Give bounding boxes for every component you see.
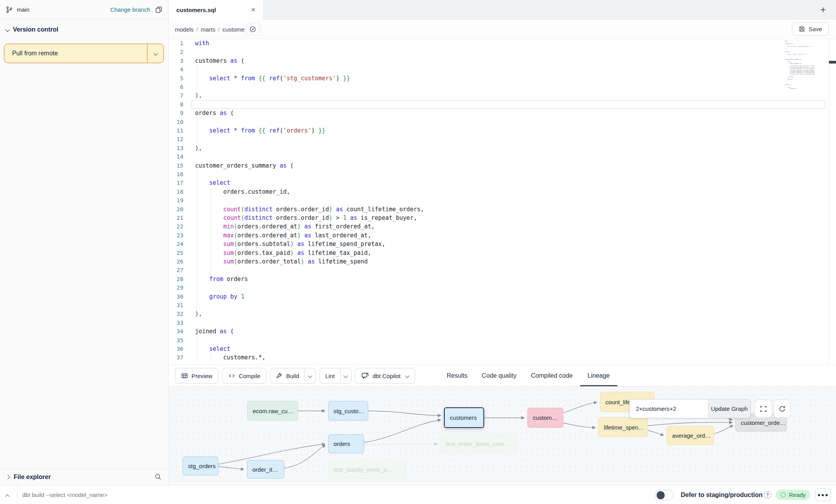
code-line-32: 32),: [169, 309, 836, 318]
compass-icon: [249, 25, 257, 33]
lineage-node-order-items[interactable]: order_it…: [247, 460, 284, 479]
lineage-edge-5: [218, 467, 244, 469]
lint-button[interactable]: Lint: [320, 368, 340, 383]
lineage-search-input[interactable]: 2+customers+2: [630, 400, 708, 418]
lineage-edge-7: [563, 402, 597, 413]
copilot-chat-icon: [361, 372, 369, 380]
code-line-34: 34joined as (: [169, 327, 836, 336]
lineage-node-customers[interactable]: customers: [444, 407, 484, 428]
ready-label: Ready: [789, 492, 806, 498]
code-line-37: 37 customers.*,: [169, 353, 836, 362]
lineage-edge-13: [364, 444, 437, 445]
preview-button[interactable]: Preview: [175, 368, 218, 384]
chevron-down-icon: [153, 51, 158, 55]
status-badge[interactable]: Ready: [776, 490, 811, 500]
refresh-icon: [778, 405, 786, 413]
compile-button[interactable]: Compile: [222, 368, 266, 384]
code-line-25: 25 sum(orders.tax_paid) as lifetime_tax_…: [169, 249, 836, 257]
tab-lineage[interactable]: Lineage: [588, 365, 610, 387]
build-button[interactable]: Build: [270, 368, 304, 383]
code-line-16: 16: [169, 170, 836, 179]
code-editor[interactable]: 1with23customers as (45 select * from {{…: [169, 39, 836, 364]
lineage-edge-1: [368, 411, 441, 416]
pull-from-remote-button[interactable]: Pull from remote: [4, 44, 164, 63]
lineage-node-orders[interactable]: orders: [328, 434, 364, 453]
lineage-node-stg-customers[interactable]: stg_custo…: [328, 401, 368, 421]
chevron-down-icon: [405, 373, 409, 378]
version-control-header[interactable]: Version control: [0, 26, 168, 33]
code-line-26: 26 sum(orders.order_total) as lifetime_s…: [169, 257, 836, 266]
editor-scrollbar[interactable]: [829, 39, 836, 364]
lineage-node-stg-orders[interactable]: stg_orders: [183, 456, 218, 476]
update-graph-button[interactable]: Update Graph: [708, 400, 750, 418]
lineage-node-customers-semantic[interactable]: custom…: [527, 408, 563, 428]
scrollbar-thumb[interactable]: [829, 61, 836, 64]
close-tab-icon[interactable]: ×: [248, 5, 258, 15]
code-line-11: 11 select * from {{ ref('orders') }}: [169, 126, 836, 135]
tab-results[interactable]: Results: [447, 365, 467, 387]
tab-customers-sql[interactable]: customers.sql ×: [169, 0, 264, 19]
file-actions-button[interactable]: [245, 23, 261, 35]
chevron-up-icon: [5, 494, 9, 499]
compile-label: Compile: [239, 373, 260, 379]
lineage-edge-2: [364, 420, 441, 442]
breadcrumb-separator: /: [196, 26, 198, 33]
minimap-line: customers.*,: [785, 88, 815, 89]
lineage-node-ecom-raw-customers[interactable]: ecom.raw_cu…: [247, 401, 298, 421]
build-label: Build: [286, 373, 299, 379]
tab-bar: customers.sql × +: [169, 0, 836, 19]
code-line-29: 29: [169, 283, 836, 292]
fullscreen-button[interactable]: [754, 400, 772, 418]
code-line-13: 13),: [169, 144, 836, 152]
dbt-copilot-button[interactable]: dbt Copilot: [355, 368, 415, 384]
code-line-19: 19: [169, 196, 836, 205]
tab-code-quality[interactable]: Code quality: [482, 365, 517, 387]
version-control-title: Version control: [13, 26, 58, 33]
divider: [17, 485, 18, 504]
fullscreen-icon: [760, 405, 767, 413]
pull-from-remote-label[interactable]: Pull from remote: [4, 44, 147, 63]
preview-label: Preview: [192, 373, 212, 379]
toggle-knob: [657, 491, 665, 499]
code-line-20: 20 count(distinct orders.order_id) as co…: [169, 205, 836, 214]
code-line-31: 31: [169, 301, 836, 309]
active-tab-underline: [580, 385, 618, 386]
sidebar: main Change branch Version control Pull …: [0, 0, 169, 485]
new-tab-button[interactable]: +: [817, 4, 829, 16]
command-input[interactable]: dbt build --select <model_name>: [22, 485, 107, 504]
search-icon[interactable]: [154, 473, 162, 481]
lineage-node-average-order[interactable]: average_ord…: [667, 426, 714, 445]
copy-branch-icon[interactable]: [155, 6, 163, 14]
branch-row: main Change branch: [0, 0, 168, 19]
lint-options-button[interactable]: [340, 368, 351, 383]
file-explorer-header[interactable]: File explorer: [0, 469, 168, 485]
collapse-panel-button[interactable]: [6, 493, 9, 500]
tab-title: customers.sql: [176, 7, 216, 13]
change-branch-link[interactable]: Change branch: [110, 6, 150, 13]
minimap[interactable]: withcustomers as ( select * from {{ ref(…: [785, 41, 815, 89]
tab-compiled-code[interactable]: Compiled code: [531, 365, 573, 387]
lineage-edge-12: [714, 425, 733, 434]
help-icon[interactable]: ?: [764, 491, 771, 499]
more-options-button[interactable]: ●●●: [815, 488, 831, 501]
defer-toggle[interactable]: [655, 490, 674, 500]
build-options-button[interactable]: [305, 368, 316, 383]
minimap-line: select * from {{ ref('stg_customers') }}: [785, 46, 815, 47]
branch-icon: [5, 6, 13, 14]
branch-name: main: [17, 6, 30, 13]
lineage-edge-4: [284, 445, 325, 468]
save-button[interactable]: Save: [792, 22, 829, 36]
code-line-24: 24 sum(orders.subtotal) as lifetime_spen…: [169, 240, 836, 248]
pull-options-button[interactable]: [147, 44, 163, 63]
lint-split-button: Lint: [319, 368, 351, 384]
lineage-hscrollbar[interactable]: [169, 481, 836, 485]
lineage-node-lifetime-spend[interactable]: lifetime_spen…: [598, 417, 648, 437]
lineage-node-test-supply-costs[interactable]: test_supply_costs_s…: [328, 460, 406, 479]
lineage-panel[interactable]: ecom.raw_cu…stg_custo…stg_ordersorder_it…: [169, 387, 836, 485]
chevron-down-icon: [308, 373, 312, 378]
minimap-line: sum(orders.order_total) as lifetime_spen…: [785, 74, 815, 75]
lineage-node-test-order-items[interactable]: test_order_items_com…: [440, 435, 517, 453]
code-line-33: 33: [169, 318, 836, 327]
refresh-button[interactable]: [774, 400, 791, 418]
build-split-button: Build: [270, 368, 316, 384]
